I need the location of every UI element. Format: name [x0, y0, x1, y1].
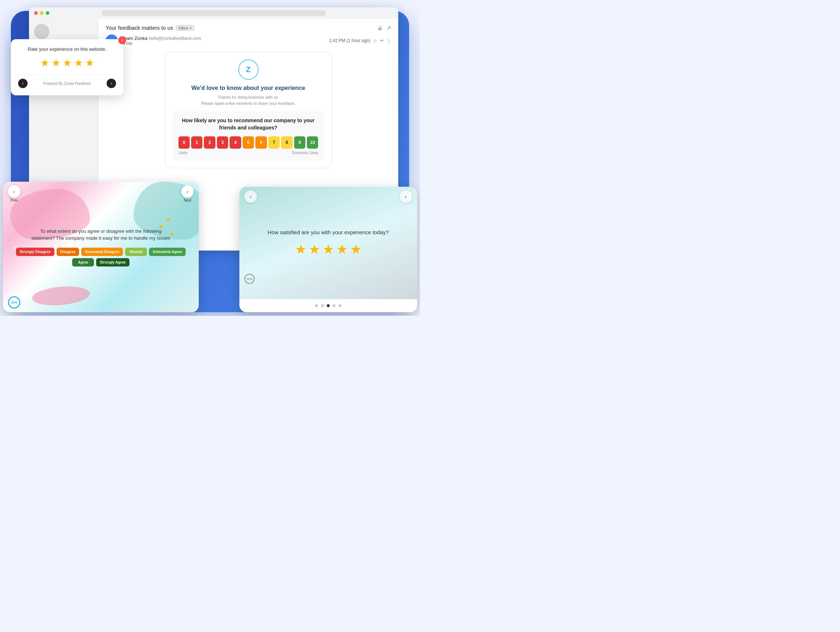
star-5[interactable]: ★ [85, 57, 94, 69]
more-icon[interactable]: ⋮ [387, 38, 391, 43]
sat-star-2[interactable]: ★ [309, 242, 320, 257]
star-rating-row: ★ ★ ★ ★ ★ [18, 57, 116, 69]
footer-dot-4 [333, 304, 335, 307]
nps-8[interactable]: 8 [281, 136, 292, 149]
nps-10[interactable]: 10 [307, 136, 318, 149]
star-4[interactable]: ★ [74, 57, 83, 69]
footer-dot-1 [315, 304, 318, 307]
satisfaction-footer [239, 299, 417, 312]
sat-progress-circle: 20% [245, 274, 254, 284]
widget-footer: ‹ Powered By Zonka Feedback › [18, 75, 116, 88]
nps-7[interactable]: 7 [268, 136, 279, 149]
subtitle-2: Please spare a few moments to share your… [201, 101, 295, 106]
nps-labels: Likely Extremely Likely [178, 151, 319, 155]
satisfaction-prev-button[interactable]: ‹ [245, 191, 257, 203]
nps-scale: 0 1 2 3 4 5 6 7 8 9 10 [178, 136, 319, 149]
sender-info: Team Zonka hello@zonkafeedback.com to me [122, 36, 326, 46]
likert-options: Strongly Disagree Disagree Somewhat Disa… [9, 247, 193, 266]
footer-dot-3 [327, 304, 330, 307]
inbox-close-icon[interactable]: × [189, 26, 191, 30]
nps-2[interactable]: 2 [204, 136, 215, 149]
footer-dot-5 [338, 304, 341, 307]
email-action-icons: 🖨 ↗ [377, 25, 391, 31]
likert-somewhat-disagree[interactable]: Somewhat Disagree [81, 247, 123, 256]
tablet-content: To what extent do you agree or disagree … [3, 182, 199, 312]
zonka-logo: Z [238, 60, 259, 80]
maximize-dot[interactable] [46, 11, 49, 15]
nps-0[interactable]: 0 [178, 136, 190, 149]
email-survey-card: Z We'd love to know about your experienc… [165, 52, 332, 168]
progress-text: 24% [11, 301, 17, 304]
nps-9[interactable]: 9 [294, 136, 305, 149]
likert-neutral[interactable]: Neutral [125, 247, 147, 256]
nps-1[interactable]: 1 [191, 136, 202, 149]
next-icon: › [111, 81, 112, 86]
likert-question: To what extent do you agree or disagree … [28, 228, 174, 242]
sender-row: Z Team Zonka hello@zonkafeedback.com to … [106, 35, 391, 47]
sender-name: Team Zonka hello@zonkafeedback.com [122, 36, 326, 41]
somewhat-disagree-label: Somewhat Disagree [85, 250, 119, 254]
likert-strongly-agree[interactable]: Strongly Agree [96, 258, 129, 266]
likert-agree[interactable]: Agree [72, 258, 94, 266]
titlebar [29, 7, 398, 19]
to-label: to me [122, 41, 326, 46]
widget-next-button[interactable]: › [107, 79, 116, 88]
close-dot[interactable] [34, 11, 38, 15]
address-bar [101, 10, 326, 16]
satisfaction-stars: ★ ★ ★ ★ ★ [295, 242, 362, 257]
subject-text: Your feedback matters to us [106, 25, 173, 31]
widget-popup: × Rate your experience on this website. … [11, 39, 123, 95]
nps-question-box: How likely are you to recommend our comp… [173, 111, 324, 161]
subtitle-1: Thanks for doing business with us. [218, 95, 279, 99]
tablet-likert-survey: ‹ Prev › Next To what extent do you agre… [3, 182, 199, 312]
sat-progress-text: 20% [246, 277, 253, 281]
satisfaction-nav: ‹ › [239, 191, 417, 203]
sat-star-4[interactable]: ★ [336, 242, 348, 257]
minimize-dot[interactable] [40, 11, 44, 15]
likert-somewhat-agree[interactable]: Somewhat Agree [149, 247, 186, 256]
sat-star-3[interactable]: ★ [322, 242, 334, 257]
inbox-label: Inbox [178, 26, 188, 30]
nps-low-label: Likely [178, 151, 188, 155]
somewhat-agree-label: Somewhat Agree [153, 250, 182, 254]
star-icon[interactable]: ☆ [373, 38, 377, 43]
powered-by-text: Powered By Zonka Feedback [43, 82, 91, 85]
close-icon: × [121, 38, 123, 43]
print-icon[interactable]: 🖨 [377, 25, 382, 31]
star-1[interactable]: ★ [40, 57, 49, 69]
sender-email-text: hello@zonkafeedback.com [149, 36, 201, 41]
inbox-badge[interactable]: Inbox × [176, 25, 194, 31]
external-icon[interactable]: ↗ [387, 25, 391, 31]
survey-title: We'd love to know about your experience [173, 85, 324, 91]
likert-strongly-disagree[interactable]: Strongly Disagree [16, 247, 54, 256]
tablet-background: ‹ Prev › Next To what extent do you agre… [3, 182, 199, 312]
satisfaction-next-button[interactable]: › [400, 191, 412, 203]
email-subject: Your feedback matters to us Inbox × [106, 25, 194, 31]
satisfaction-question: How satisfied are you with your experien… [268, 229, 389, 235]
footer-dot-2 [321, 304, 324, 307]
strongly-disagree-label: Strongly Disagree [20, 250, 51, 254]
tablet-satisfaction-survey: ‹ › How satisfied are you with your expe… [239, 187, 417, 312]
nps-4[interactable]: 4 [230, 136, 241, 149]
widget-close-button[interactable]: × [118, 36, 126, 44]
widget-question: Rate your experience on this website. [18, 46, 116, 52]
satisfaction-progress: 20% [245, 274, 254, 284]
widget-prev-button[interactable]: ‹ [18, 79, 28, 88]
zonka-logo-text: Z [246, 65, 251, 74]
satisfaction-background: ‹ › How satisfied are you with your expe… [239, 187, 417, 299]
nps-high-label: Extremely Likely [292, 151, 319, 155]
avatar [34, 24, 49, 39]
sat-star-1[interactable]: ★ [295, 242, 306, 257]
prev-icon: ‹ [22, 81, 24, 86]
likert-disagree[interactable]: Disagree [57, 247, 79, 256]
survey-subtitle: Thanks for doing business with us. Pleas… [173, 94, 324, 106]
sat-star-5[interactable]: ★ [350, 242, 362, 257]
star-2[interactable]: ★ [52, 57, 61, 69]
nps-question: How likely are you to recommend our comp… [178, 117, 319, 131]
nps-6[interactable]: 6 [255, 136, 267, 149]
reply-icon[interactable]: ↩ [380, 38, 384, 43]
nps-5[interactable]: 5 [243, 136, 254, 149]
nps-3[interactable]: 3 [217, 136, 228, 149]
email-time: 1:42 PM (1 hour ago) ☆ ↩ ⋮ [329, 38, 391, 43]
star-3[interactable]: ★ [63, 57, 72, 69]
